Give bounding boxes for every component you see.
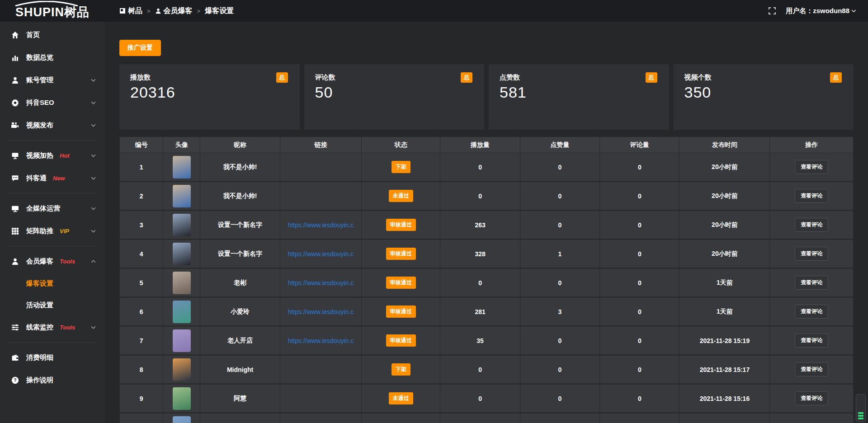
cell-status: 审核通过 bbox=[362, 298, 440, 327]
view-comments-button[interactable]: 查看评论 bbox=[795, 276, 828, 290]
status-badge: 审核通过 bbox=[386, 277, 416, 289]
sidebar-item-12[interactable]: ? 操作说明 bbox=[0, 369, 105, 391]
sidebar-item-7[interactable]: 全媒体运营 bbox=[0, 197, 105, 220]
sidebar-item-5[interactable]: 视频加热 Hot bbox=[0, 144, 105, 167]
cell-avatar bbox=[163, 385, 200, 414]
sidebar-item-11[interactable]: 消费明细 bbox=[0, 346, 105, 369]
cell-avatar bbox=[163, 414, 200, 423]
video-link[interactable]: https://www.iesdouyin.c bbox=[288, 221, 354, 229]
table-row: 6 小爱玲 https://www.iesdouyin.c 审核通过 281 3… bbox=[119, 298, 854, 327]
sidebar-item-0[interactable]: 首页 bbox=[0, 24, 105, 46]
cell-avatar bbox=[163, 356, 200, 385]
sidebar-subitem-1[interactable]: 活动设置 bbox=[0, 294, 105, 316]
fullscreen-icon[interactable] bbox=[769, 7, 776, 14]
cell-avatar bbox=[163, 211, 200, 240]
status-badge: 审核通过 bbox=[386, 219, 416, 231]
gear-icon bbox=[11, 99, 19, 107]
display-icon bbox=[11, 151, 19, 160]
cell-likes: 3 bbox=[520, 298, 600, 327]
cell-avatar bbox=[163, 240, 200, 269]
total-badge: 总 bbox=[646, 72, 657, 83]
cell-time: 20小时前 bbox=[679, 182, 770, 211]
sidebar-item-6[interactable]: 抖客通 New bbox=[0, 167, 105, 189]
sidebar-item-8[interactable]: 矩阵助推 VIP bbox=[0, 220, 105, 242]
total-badge: 总 bbox=[461, 72, 472, 83]
avatar bbox=[173, 416, 191, 423]
cell-plays: 0 bbox=[440, 385, 520, 414]
view-comments-button[interactable]: 查看评论 bbox=[795, 305, 828, 319]
stat-label: 点赞数 bbox=[500, 73, 658, 82]
sidebar-item-9[interactable]: 会员爆客 Tools bbox=[0, 250, 105, 273]
sidebar-item-10[interactable]: 线索监控 Tools bbox=[0, 316, 105, 338]
cell-link: https://www.iesdouyin.c bbox=[280, 211, 362, 240]
cell-actions: 查看评论 bbox=[770, 327, 854, 356]
cell-comments: 0 bbox=[600, 153, 679, 182]
status-badge: 未通过 bbox=[389, 392, 413, 404]
cell-time: 1天前 bbox=[679, 298, 770, 327]
cell-id: 8 bbox=[119, 356, 163, 385]
menu-tag: Hot bbox=[60, 152, 70, 159]
status-badge: 审核通过 bbox=[386, 306, 416, 318]
view-comments-button[interactable]: 查看评论 bbox=[795, 247, 828, 261]
chevron-down-icon bbox=[91, 124, 96, 127]
cell-actions: 查看评论 bbox=[770, 269, 854, 298]
avatar bbox=[173, 272, 191, 294]
sidebar-item-4[interactable]: 视频发布 bbox=[0, 114, 105, 136]
chevron-down-icon bbox=[91, 154, 96, 157]
view-comments-button[interactable]: 查看评论 bbox=[795, 391, 828, 405]
breadcrumb: 树品 > 会员爆客 > 爆客设置 bbox=[119, 6, 234, 16]
sidebar-subitem-0[interactable]: 爆客设置 bbox=[0, 273, 105, 294]
sidebar-item-label: 视频发布 bbox=[26, 121, 53, 130]
cell-likes: 0 bbox=[520, 356, 600, 385]
cell-plays: 0 bbox=[440, 153, 520, 182]
cell-avatar bbox=[163, 327, 200, 356]
sidebar-item-2[interactable]: 账号管理 bbox=[0, 69, 105, 91]
stat-card-likes: 点赞数 581 总 bbox=[489, 64, 669, 130]
user-menu[interactable]: 用户名：zswodun88 bbox=[786, 7, 856, 15]
cell-likes bbox=[520, 414, 600, 423]
view-comments-button[interactable]: 查看评论 bbox=[795, 160, 828, 174]
cell-plays: 263 bbox=[440, 211, 520, 240]
table-row: 7 老人开店 https://www.iesdouyin.c 审核通过 35 0… bbox=[119, 327, 854, 356]
cell-comments: 0 bbox=[600, 356, 679, 385]
cell-time: 2021-11-28 15:16 bbox=[679, 385, 770, 414]
video-link[interactable]: https://www.iesdouyin.c bbox=[288, 250, 354, 258]
total-badge: 总 bbox=[276, 72, 288, 83]
video-link[interactable]: https://www.iesdouyin.c bbox=[288, 337, 354, 344]
breadcrumb-separator: > bbox=[147, 8, 151, 14]
table-row: 5 老彬 https://www.iesdouyin.c 审核通过 0 0 0 … bbox=[119, 269, 854, 298]
brand-logo[interactable]: SHUPIN树品 bbox=[0, 0, 105, 22]
table-row: 2 我不是小帅! 未通过 0 0 0 20小时前 查看评论 bbox=[119, 182, 854, 211]
view-comments-button[interactable]: 查看评论 bbox=[795, 189, 828, 203]
sidebar-item-3[interactable]: 抖音SEO bbox=[0, 91, 105, 114]
chevron-down-icon bbox=[91, 79, 96, 82]
cell-time: 2021-11-28 15:17 bbox=[679, 356, 770, 385]
breadcrumb-item-member[interactable]: 会员爆客 bbox=[155, 6, 193, 16]
cell-likes: 0 bbox=[520, 182, 600, 211]
cell-plays: 0 bbox=[440, 269, 520, 298]
stat-value: 50 bbox=[315, 84, 474, 101]
cell-id: 7 bbox=[119, 327, 163, 356]
cell-actions: 查看评论 bbox=[770, 240, 854, 269]
cell-likes: 0 bbox=[520, 327, 600, 356]
menu-divider bbox=[8, 246, 97, 246]
view-comments-button[interactable]: 查看评论 bbox=[795, 334, 828, 348]
promo-settings-button[interactable]: 推广设置 bbox=[119, 40, 161, 56]
view-comments-button[interactable]: 查看评论 bbox=[795, 362, 828, 376]
video-link[interactable]: https://www.iesdouyin.c bbox=[288, 308, 354, 315]
stat-cards: 播放数 20316 总 评论数 50 总 点赞数 581 总 视频个数 350 … bbox=[119, 64, 854, 130]
cell-nickname bbox=[200, 414, 280, 423]
cell-link bbox=[280, 414, 362, 423]
floating-widget[interactable] bbox=[856, 394, 866, 422]
breadcrumb-item-home[interactable]: 树品 bbox=[119, 6, 142, 16]
cell-actions: 查看评论 bbox=[770, 385, 854, 414]
sidebar-item-1[interactable]: 数据总览 bbox=[0, 46, 105, 69]
cell-id: 3 bbox=[119, 211, 163, 240]
view-comments-button[interactable]: 查看评论 bbox=[795, 218, 828, 232]
cell-actions: 查看评论 bbox=[770, 356, 854, 385]
col-header-id: 编号 bbox=[119, 137, 163, 153]
cell-plays: 281 bbox=[440, 298, 520, 327]
avatar bbox=[173, 214, 191, 236]
table-row: 4 设置一个新名字 https://www.iesdouyin.c 审核通过 3… bbox=[119, 240, 854, 269]
video-link[interactable]: https://www.iesdouyin.c bbox=[288, 279, 354, 287]
